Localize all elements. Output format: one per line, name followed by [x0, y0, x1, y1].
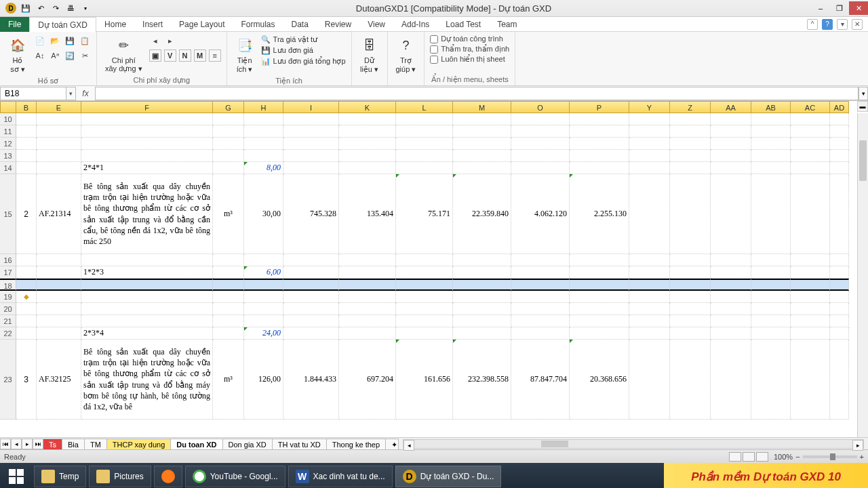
cell-E20[interactable]: [37, 303, 81, 315]
fmt-btn-1[interactable]: V: [164, 49, 176, 62]
cell-G10[interactable]: [213, 113, 244, 125]
cell-E19[interactable]: [37, 291, 81, 303]
cell-B15[interactable]: 2: [16, 174, 37, 254]
cell-H14[interactable]: 8,00: [244, 162, 283, 174]
cell-Z16[interactable]: [670, 254, 711, 266]
col-header-AB[interactable]: AB: [751, 101, 791, 113]
redo-icon[interactable]: ↷: [50, 3, 61, 14]
cell-AA16[interactable]: [711, 254, 751, 266]
cell-H13[interactable]: [244, 150, 283, 162]
formula-expand[interactable]: ▾: [859, 87, 868, 100]
file-tab[interactable]: File: [0, 17, 29, 32]
cell-G14[interactable]: [213, 162, 244, 174]
fmt-btn-0[interactable]: ▣: [149, 49, 161, 62]
cell-AB13[interactable]: [751, 150, 791, 162]
sheet-tab-bia[interactable]: Bia: [62, 439, 85, 449]
cell-M18[interactable]: [453, 279, 511, 291]
cell-AC10[interactable]: [791, 113, 830, 125]
cell-Y17[interactable]: [629, 266, 670, 279]
tab-insert[interactable]: Insert: [134, 17, 171, 32]
ribbon-minimize-icon[interactable]: ▾: [837, 19, 848, 30]
cell-AB20[interactable]: [751, 303, 791, 315]
cell-Y12[interactable]: [629, 138, 670, 150]
row-header-11[interactable]: 11: [0, 125, 16, 138]
link-1[interactable]: 💾Lưu đơn giá: [261, 45, 346, 55]
cell-I11[interactable]: [283, 125, 339, 138]
cell-I20[interactable]: [283, 303, 339, 315]
small-btn-0-3[interactable]: 📋: [79, 35, 91, 47]
cell-F21[interactable]: [81, 315, 213, 327]
cell-AC16[interactable]: [791, 254, 830, 266]
cell-K19[interactable]: [339, 291, 396, 303]
cell-AC14[interactable]: [791, 162, 830, 174]
cell-AD19[interactable]: [830, 291, 849, 303]
cell-AB18[interactable]: [751, 279, 791, 291]
cell-AD18[interactable]: [830, 279, 849, 291]
formula-input[interactable]: [95, 87, 859, 100]
col-header-M[interactable]: M: [453, 101, 511, 113]
cell-I12[interactable]: [283, 138, 339, 150]
cell-P22[interactable]: [570, 327, 629, 340]
cell-E15[interactable]: AF.21314: [37, 174, 81, 254]
cell-L17[interactable]: [396, 266, 453, 279]
col-header-F[interactable]: F: [81, 101, 213, 113]
cell-L16[interactable]: [396, 254, 453, 266]
fmt-btn-3[interactable]: M: [194, 49, 206, 62]
small-btn-0-7[interactable]: ✂: [79, 49, 91, 62]
cell-M12[interactable]: [453, 138, 511, 150]
cell-E12[interactable]: [37, 138, 81, 150]
cell-L15[interactable]: 75.171: [396, 174, 453, 254]
row-header-21[interactable]: 21: [0, 315, 16, 327]
cell-B21[interactable]: [16, 315, 37, 327]
cell-K15[interactable]: 135.404: [339, 174, 396, 254]
row-header-12[interactable]: 12: [0, 138, 16, 150]
tab-team[interactable]: Team: [489, 17, 525, 32]
cell-G22[interactable]: [213, 327, 244, 340]
cell-H17[interactable]: 6,00: [244, 266, 283, 279]
cell-AC21[interactable]: [791, 315, 830, 327]
cell-M16[interactable]: [453, 254, 511, 266]
cell-G17[interactable]: [213, 266, 244, 279]
cell-B20[interactable]: [16, 303, 37, 315]
cell-B12[interactable]: [16, 138, 37, 150]
cell-M20[interactable]: [453, 303, 511, 315]
cell-AD21[interactable]: [830, 315, 849, 327]
cell-O23[interactable]: 87.847.704: [511, 340, 570, 420]
row-header-17[interactable]: 17: [0, 266, 16, 279]
undo-icon[interactable]: ↶: [35, 3, 46, 14]
small-btn-0-5[interactable]: Aᵃ: [49, 49, 61, 62]
checkbox-1[interactable]: [430, 45, 438, 54]
ribbon-big-3[interactable]: 🗄Dữ liệu ▾: [357, 35, 382, 75]
col-header-AD[interactable]: AD: [830, 101, 849, 113]
view-normal-button[interactable]: [729, 452, 741, 462]
cell-H11[interactable]: [244, 125, 283, 138]
cell-H19[interactable]: [244, 291, 283, 303]
row-header-18[interactable]: 18: [0, 279, 16, 291]
sheet-tab-thcp-xay-dung[interactable]: THCP xay dung: [106, 439, 171, 449]
cell-M14[interactable]: [453, 162, 511, 174]
cell-Z14[interactable]: [670, 162, 711, 174]
cell-B19[interactable]: ◆: [16, 291, 37, 303]
cell-Z17[interactable]: [670, 266, 711, 279]
cell-Y21[interactable]: [629, 315, 670, 327]
cell-AA15[interactable]: [711, 174, 751, 254]
cell-Z20[interactable]: [670, 303, 711, 315]
cell-AC22[interactable]: [791, 327, 830, 340]
cell-P12[interactable]: [570, 138, 629, 150]
cell-AB17[interactable]: [751, 266, 791, 279]
cell-Z11[interactable]: [670, 125, 711, 138]
cell-M10[interactable]: [453, 113, 511, 125]
cell-AC12[interactable]: [791, 138, 830, 150]
cell-L10[interactable]: [396, 113, 453, 125]
cell-AC23[interactable]: [791, 340, 830, 420]
cell-G18[interactable]: [213, 279, 244, 291]
fx-icon[interactable]: fx: [79, 87, 92, 100]
row-header-13[interactable]: 13: [0, 150, 16, 162]
cell-Y14[interactable]: [629, 162, 670, 174]
cell-AD10[interactable]: [830, 113, 849, 125]
save-icon[interactable]: 💾: [20, 3, 31, 14]
cell-F19[interactable]: [81, 291, 213, 303]
cell-K23[interactable]: 697.204: [339, 340, 396, 420]
minimize-button[interactable]: –: [811, 1, 830, 15]
tab-data[interactable]: Data: [283, 17, 316, 32]
